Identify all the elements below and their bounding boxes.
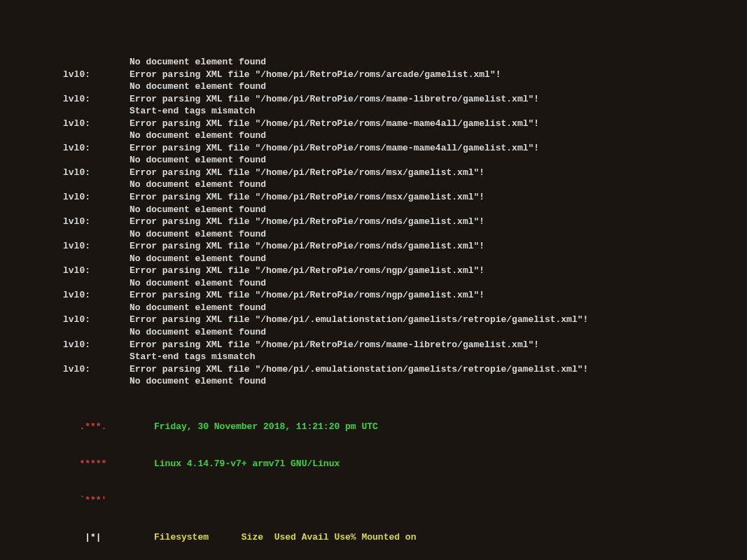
ascii-art-line: `***': [63, 494, 154, 507]
log-prefix: lvl0:: [63, 216, 130, 228]
log-line: Start-end tags mismatch: [63, 105, 747, 118]
datetime-text: Friday, 30 November 2018, 11:21:20 pm UT…: [154, 421, 378, 433]
log-prefix: lvl0:: [63, 265, 130, 277]
log-message: Error parsing XML file "/home/pi/RetroPi…: [130, 118, 747, 130]
log-message: Error parsing XML file "/home/pi/RetroPi…: [130, 289, 747, 302]
log-line: lvl0:Error parsing XML file "/home/pi/Re…: [63, 167, 747, 179]
log-prefix: [63, 56, 130, 69]
log-prefix: [63, 326, 130, 339]
ascii-art-line: |*|: [63, 531, 154, 544]
log-message: Start-end tags mismatch: [130, 351, 747, 363]
log-prefix: [63, 253, 130, 265]
log-message: Error parsing XML file "/home/pi/RetroPi…: [130, 240, 747, 253]
log-line: lvl0:Error parsing XML file "/home/pi/Re…: [63, 191, 747, 204]
log-prefix: lvl0:: [63, 339, 130, 351]
log-line: lvl0:Error parsing XML file "/home/pi/Re…: [63, 69, 747, 81]
log-message: No document element found: [130, 302, 747, 314]
log-line: lvl0:Error parsing XML file "/home/pi/.e…: [63, 363, 747, 376]
log-prefix: lvl0:: [63, 289, 130, 302]
log-line: lvl0:Error parsing XML file "/home/pi/Re…: [63, 142, 747, 155]
log-line: No document element found: [63, 253, 747, 265]
log-prefix: [63, 154, 130, 167]
log-prefix: lvl0:: [63, 363, 130, 376]
log-line: No document element found: [63, 228, 747, 241]
log-message: Error parsing XML file "/home/pi/RetroPi…: [130, 265, 747, 277]
log-message: No document element found: [130, 178, 747, 191]
log-line: lvl0:Error parsing XML file "/home/pi/Re…: [63, 289, 747, 302]
log-message: Error parsing XML file "/home/pi/RetroPi…: [130, 191, 747, 204]
log-prefix: lvl0:: [63, 191, 130, 204]
log-message: Error parsing XML file "/home/pi/RetroPi…: [130, 339, 747, 351]
log-message: Start-end tags mismatch: [130, 105, 747, 118]
log-message: No document element found: [130, 56, 747, 69]
log-message: Error parsing XML file "/home/pi/RetroPi…: [130, 142, 747, 155]
log-line: lvl0:Error parsing XML file "/home/pi/Re…: [63, 93, 747, 106]
log-message: No document element found: [130, 326, 747, 339]
log-message: No document element found: [130, 277, 747, 290]
filesystem-header: Filesystem Size Used Avail Use% Mounted …: [154, 531, 416, 544]
log-line: lvl0:Error parsing XML file "/home/pi/Re…: [63, 265, 747, 277]
log-message: No document element found: [130, 204, 747, 216]
log-line: No document element found: [63, 302, 747, 314]
ascii-art-line: .***.: [63, 421, 154, 433]
log-message: Error parsing XML file "/home/pi/RetroPi…: [130, 167, 747, 179]
log-prefix: [63, 228, 130, 241]
log-line: lvl0:Error parsing XML file "/home/pi/Re…: [63, 216, 747, 228]
log-prefix: [63, 204, 130, 216]
log-line: lvl0:Error parsing XML file "/home/pi/Re…: [63, 240, 747, 253]
log-line: No document element found: [63, 178, 747, 191]
log-line: Start-end tags mismatch: [63, 351, 747, 363]
log-prefix: [63, 105, 130, 118]
boot-log: No document element foundlvl0:Error pars…: [63, 56, 747, 388]
log-line: No document element found: [63, 56, 747, 69]
log-line: lvl0:Error parsing XML file "/home/pi/Re…: [63, 339, 747, 351]
log-prefix: [63, 277, 130, 290]
log-line: No document element found: [63, 326, 747, 339]
log-prefix: [63, 375, 130, 388]
log-line: No document element found: [63, 375, 747, 388]
log-line: lvl0:Error parsing XML file "/home/pi/Re…: [63, 118, 747, 130]
log-prefix: lvl0:: [63, 240, 130, 253]
log-message: No document element found: [130, 228, 747, 241]
log-line: No document element found: [63, 154, 747, 167]
log-line: No document element found: [63, 204, 747, 216]
system-info-block: .***. Friday, 30 November 2018, 11:21:20…: [63, 396, 747, 560]
log-prefix: lvl0:: [63, 314, 130, 326]
log-prefix: lvl0:: [63, 93, 130, 106]
log-prefix: lvl0:: [63, 167, 130, 179]
log-prefix: [63, 178, 130, 191]
log-message: Error parsing XML file "/home/pi/.emulat…: [130, 363, 747, 376]
log-message: Error parsing XML file "/home/pi/RetroPi…: [130, 93, 747, 106]
log-line: No document element found: [63, 277, 747, 290]
log-message: Error parsing XML file "/home/pi/RetroPi…: [130, 69, 747, 81]
log-prefix: [63, 351, 130, 363]
log-prefix: lvl0:: [63, 69, 130, 81]
log-message: No document element found: [130, 130, 747, 142]
blank-line: [154, 494, 160, 507]
log-prefix: [63, 302, 130, 314]
log-line: No document element found: [63, 130, 747, 142]
log-message: Error parsing XML file "/home/pi/RetroPi…: [130, 216, 747, 228]
log-prefix: [63, 80, 130, 93]
log-message: No document element found: [130, 80, 747, 93]
log-message: No document element found: [130, 154, 747, 167]
log-line: lvl0:Error parsing XML file "/home/pi/.e…: [63, 314, 747, 326]
log-message: No document element found: [130, 253, 747, 265]
log-line: No document element found: [63, 80, 747, 93]
log-prefix: lvl0:: [63, 142, 130, 155]
log-prefix: [63, 130, 130, 142]
log-prefix: lvl0:: [63, 118, 130, 130]
log-message: No document element found: [130, 375, 747, 388]
log-message: Error parsing XML file "/home/pi/.emulat…: [130, 314, 747, 326]
ascii-art-line: *****: [63, 458, 154, 470]
kernel-text: Linux 4.14.79-v7+ armv7l GNU/Linux: [154, 458, 340, 470]
